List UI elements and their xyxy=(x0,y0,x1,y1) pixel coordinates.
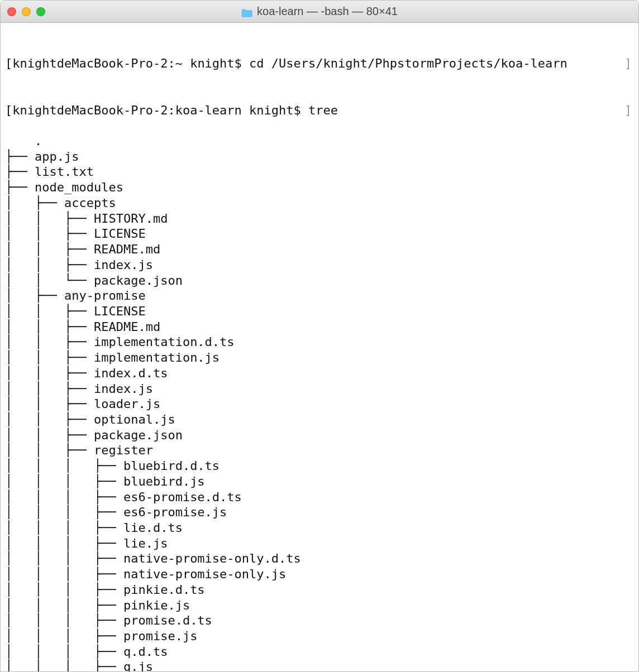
terminal-body[interactable]: [knightdeMacBook-Pro-2:~ knight$ cd /Use… xyxy=(1,23,638,671)
bracket-left: [ xyxy=(5,56,12,70)
prompt-line-2: [knightdeMacBook-Pro-2:koa-learn knight$… xyxy=(5,103,627,118)
prompt-host: knightdeMacBook-Pro-2:koa-learn knight$ xyxy=(12,103,308,117)
prompt-line-1: [knightdeMacBook-Pro-2:~ knight$ cd /Use… xyxy=(5,56,627,71)
bracket-left: [ xyxy=(5,103,12,117)
zoom-icon[interactable] xyxy=(36,7,45,16)
titlebar[interactable]: koa-learn — -bash — 80×41 xyxy=(1,1,638,23)
bracket-right: ] xyxy=(624,56,632,71)
folder-icon xyxy=(241,7,252,16)
window-title: koa-learn — -bash — 80×41 xyxy=(241,5,398,18)
command-text: tree xyxy=(308,103,338,117)
traffic-lights xyxy=(7,7,45,16)
tree-output: . ├── app.js ├── list.txt ├── node_modul… xyxy=(5,134,301,671)
terminal-window: koa-learn — -bash — 80×41 [knightdeMacBo… xyxy=(0,0,639,672)
close-icon[interactable] xyxy=(7,7,16,16)
window-title-text: koa-learn — -bash — 80×41 xyxy=(257,5,398,18)
command-text: cd /Users/knight/PhpstormProjects/koa-le… xyxy=(249,56,568,70)
minimize-icon[interactable] xyxy=(22,7,31,16)
prompt-host: knightdeMacBook-Pro-2:~ knight$ xyxy=(12,56,249,70)
bracket-right: ] xyxy=(624,103,632,118)
